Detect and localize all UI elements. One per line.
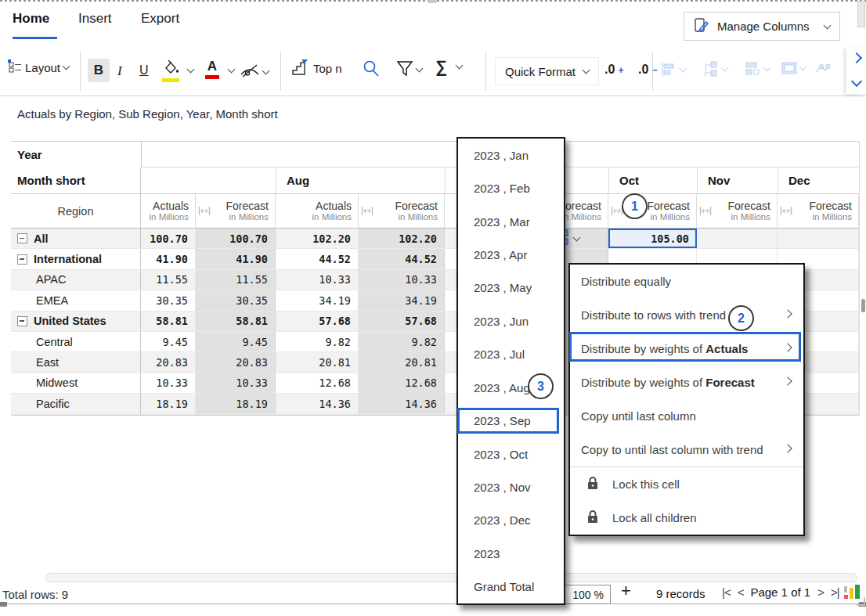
data-cell[interactable]: 18.19 bbox=[196, 394, 276, 413]
tab-export[interactable]: Export bbox=[141, 11, 179, 27]
month-group-aug[interactable]: Aug bbox=[276, 168, 445, 194]
data-cell[interactable]: 9.45 bbox=[141, 332, 196, 351]
forecast-header[interactable]: Forecastin Millions bbox=[196, 194, 276, 229]
row-header-midwest[interactable]: Midwest bbox=[11, 373, 141, 393]
forecast-header-nov[interactable]: Forecastin Millions bbox=[697, 194, 778, 229]
data-cell[interactable]: 9.45 bbox=[196, 332, 276, 351]
month-option[interactable]: 2023 , Jul bbox=[458, 338, 564, 371]
data-cell[interactable] bbox=[697, 229, 778, 248]
data-cell[interactable]: 10.33 bbox=[276, 270, 359, 290]
data-cell[interactable]: 44.52 bbox=[276, 249, 359, 268]
fill-color-button[interactable] bbox=[161, 60, 180, 82]
month-option[interactable]: Grand Total bbox=[458, 570, 564, 603]
increase-decimal-button[interactable]: .0+ bbox=[604, 63, 624, 77]
row-header-apac[interactable]: APAC bbox=[11, 270, 141, 290]
decrease-decimal-button[interactable]: .0− bbox=[638, 63, 658, 77]
row-header-emea[interactable]: EMEA bbox=[11, 290, 141, 310]
tab-insert[interactable]: Insert bbox=[78, 11, 112, 27]
month-option[interactable]: 2023 , Nov bbox=[458, 470, 564, 503]
top-n-button[interactable]: Top n bbox=[291, 58, 342, 79]
data-cell[interactable]: 12.68 bbox=[276, 373, 359, 393]
month-option[interactable]: 2023 bbox=[458, 537, 564, 570]
month-option[interactable]: 2023 , Oct bbox=[458, 438, 564, 470]
last-page-button[interactable]: >| bbox=[831, 585, 839, 599]
collapse-toolbar-icon[interactable] bbox=[850, 75, 861, 86]
font-color-button[interactable]: A bbox=[205, 59, 219, 79]
data-cell[interactable]: 10.33 bbox=[196, 373, 276, 393]
data-cell[interactable]: 10.33 bbox=[141, 373, 196, 393]
actuals-header[interactable]: Actualsin Millions bbox=[141, 194, 196, 229]
menu-item-copy-until-last-column[interactable]: Copy until last column bbox=[570, 399, 803, 433]
row-header-central[interactable]: Central bbox=[11, 332, 141, 351]
data-cell[interactable]: 20.83 bbox=[141, 352, 196, 372]
collapse-icon[interactable] bbox=[17, 316, 27, 326]
month-group-oct[interactable]: Oct bbox=[608, 168, 697, 194]
menu-item-lock-this-cell[interactable]: Lock this cell bbox=[570, 467, 803, 501]
data-cell[interactable]: 9.82 bbox=[276, 332, 359, 351]
chevron-down-icon[interactable] bbox=[187, 66, 195, 74]
menu-item-distribute-weights-actuals[interactable]: Distribute by weights of Actuals bbox=[570, 332, 803, 366]
data-cell[interactable]: 34.19 bbox=[276, 290, 359, 310]
month-option[interactable]: 2023 , Feb bbox=[458, 171, 564, 204]
row-header-pacific[interactable]: Pacific bbox=[11, 394, 141, 413]
visualization-icon[interactable] bbox=[844, 584, 861, 604]
data-cell[interactable]: 18.19 bbox=[141, 394, 196, 413]
month-option[interactable]: 2023 , Mar bbox=[458, 205, 564, 238]
column-resize-icon[interactable] bbox=[699, 205, 712, 219]
menu-item-distribute-weights-forecast[interactable]: Distribute by weights of Forecast bbox=[570, 366, 803, 399]
data-cell[interactable]: 14.36 bbox=[276, 394, 359, 413]
data-cell[interactable]: 41.90 bbox=[196, 249, 276, 268]
vertical-scrollbar-top[interactable] bbox=[857, 1, 865, 27]
layout-button[interactable]: Layout bbox=[8, 59, 69, 75]
data-cell[interactable]: 12.68 bbox=[359, 373, 445, 393]
row-header-international[interactable]: International bbox=[11, 249, 141, 268]
forecast-header-dec[interactable]: Forecastin Millions bbox=[778, 194, 859, 229]
month-option-selected[interactable]: 2023 , Sep bbox=[458, 404, 564, 437]
zoom-in-button[interactable]: + bbox=[621, 581, 631, 601]
data-cell[interactable]: 20.83 bbox=[196, 352, 276, 372]
manage-columns-button[interactable]: Manage Columns bbox=[684, 12, 840, 41]
column-resize-icon[interactable] bbox=[780, 205, 792, 219]
chevron-down-icon[interactable] bbox=[228, 66, 236, 74]
data-cell[interactable]: 10.33 bbox=[359, 270, 445, 290]
tab-home[interactable]: Home bbox=[13, 11, 49, 27]
italic-button[interactable]: I bbox=[117, 63, 122, 79]
menu-item-lock-all-children[interactable]: Lock all children bbox=[570, 501, 803, 535]
bold-button[interactable]: B bbox=[88, 59, 110, 82]
forecast-header[interactable]: Forecastin Millions bbox=[359, 194, 445, 229]
column-resize-icon[interactable] bbox=[198, 205, 211, 219]
data-cell[interactable]: 20.81 bbox=[276, 352, 359, 372]
data-cell[interactable]: 11.55 bbox=[141, 270, 196, 290]
data-cell[interactable]: 57.68 bbox=[276, 312, 359, 331]
data-cell[interactable] bbox=[778, 229, 859, 248]
data-cell[interactable]: 102.20 bbox=[276, 229, 359, 248]
data-cell[interactable]: 41.90 bbox=[141, 249, 196, 268]
column-resize-icon[interactable] bbox=[361, 205, 373, 219]
row-header-united-states[interactable]: United States bbox=[11, 312, 141, 331]
data-cell[interactable]: 9.82 bbox=[359, 332, 445, 351]
data-cell[interactable]: 14.36 bbox=[359, 394, 445, 413]
filter-button[interactable] bbox=[396, 60, 422, 79]
chevron-down-icon[interactable] bbox=[573, 233, 581, 241]
year-dimension-cell[interactable]: Year bbox=[11, 142, 141, 168]
actuals-header[interactable]: Actualsin Millions bbox=[276, 194, 359, 229]
month-option[interactable]: 2023 , Dec bbox=[458, 504, 564, 537]
data-cell[interactable]: 58.81 bbox=[141, 312, 196, 331]
collapse-icon[interactable] bbox=[17, 254, 27, 265]
month-option[interactable]: 2023 , May bbox=[458, 272, 564, 304]
clear-format-button[interactable] bbox=[240, 64, 269, 80]
data-cell[interactable]: 44.52 bbox=[359, 249, 445, 268]
forecast-header-oct[interactable]: Forecastin Millions bbox=[608, 194, 697, 229]
month-option[interactable]: 2023 , Jun bbox=[458, 304, 564, 337]
row-header-east[interactable]: East bbox=[11, 352, 141, 372]
month-dimension-cell[interactable]: Month short bbox=[11, 168, 141, 194]
next-page-button[interactable]: > bbox=[817, 585, 824, 599]
region-header-cell[interactable]: Region bbox=[11, 194, 141, 229]
data-cell[interactable]: 34.19 bbox=[359, 290, 445, 310]
underline-button[interactable]: U bbox=[139, 63, 149, 77]
summary-button[interactable]: ∑ bbox=[435, 57, 462, 76]
data-cell[interactable]: 30.35 bbox=[196, 290, 276, 310]
month-option[interactable]: 2023 , Apr bbox=[458, 238, 564, 271]
data-cell[interactable]: 100.70 bbox=[196, 229, 276, 248]
horizontal-scrollbar[interactable] bbox=[45, 573, 857, 582]
